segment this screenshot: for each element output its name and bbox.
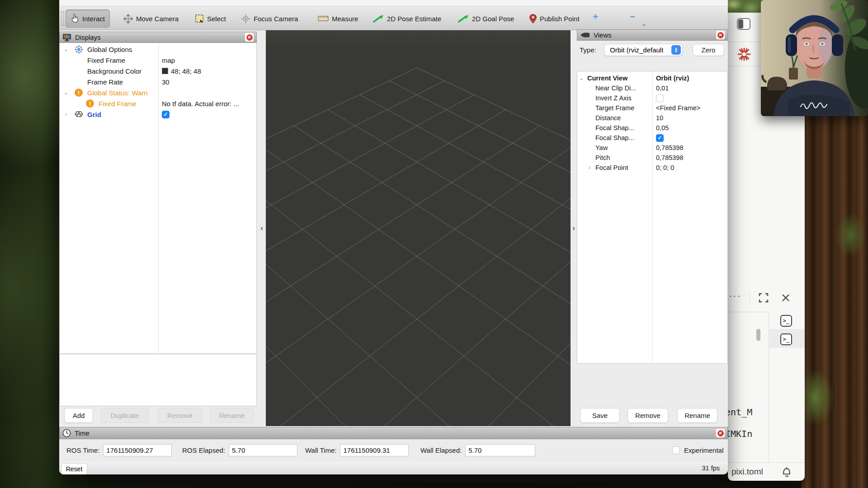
add-display-button[interactable]: Add: [64, 408, 93, 423]
remove-display-button[interactable]: Remove: [157, 408, 203, 423]
view-row-target-frame[interactable]: Target Frame <Fixed Frame>: [577, 103, 727, 113]
invert-z-checkbox[interactable]: [656, 94, 664, 102]
row-value[interactable]: 0,785398: [656, 144, 683, 151]
tool-select[interactable]: Select: [190, 9, 231, 28]
tree-row-global-status[interactable]: ⌄ ! Global Status: Warn: [60, 87, 256, 98]
add-tool-button[interactable]: +: [593, 11, 598, 22]
row-value[interactable]: 48; 48; 48: [162, 67, 201, 75]
row-value[interactable]: 30: [162, 78, 170, 86]
remove-tool-button[interactable]: −: [630, 11, 635, 22]
chevron-down-icon[interactable]: ⌄: [63, 89, 69, 96]
grid-display-icon: [75, 111, 83, 119]
row-value[interactable]: 0,05: [656, 124, 669, 131]
wall-time-input[interactable]: [340, 444, 409, 456]
experimental-checkbox[interactable]: [672, 446, 680, 454]
view-row-current-view[interactable]: ⌄ Current View Orbit (rviz): [577, 73, 727, 83]
view-row-focal-shape-size[interactable]: Focal Shap... 0,05: [577, 123, 727, 133]
save-view-button[interactable]: Save: [580, 408, 620, 423]
divider: [728, 42, 761, 42]
tool-2d-goal-pose[interactable]: 2D Goal Pose: [453, 9, 519, 28]
row-value[interactable]: <Fixed Frame>: [656, 104, 700, 112]
row-value[interactable]: 0,01: [656, 84, 669, 92]
close-icon[interactable]: [781, 293, 790, 302]
toolbar-overflow-chevron-icon[interactable]: ⌄: [642, 20, 646, 27]
experimental-label: Experimental: [684, 446, 724, 454]
view-row-pitch[interactable]: Pitch 0,785398: [577, 153, 727, 163]
color-swatch: [162, 68, 168, 74]
row-label: Focal Shap...: [595, 124, 634, 131]
displays-panel-header[interactable]: Displays ✕: [59, 32, 257, 43]
chevron-right-icon[interactable]: ›: [63, 111, 69, 117]
terminal-icon[interactable]: >_: [780, 333, 792, 345]
tree-row-fixed-frame[interactable]: Fixed Frame map: [60, 55, 256, 66]
tool-measure[interactable]: Measure: [313, 9, 363, 28]
grid-enabled-checkbox[interactable]: ✓: [162, 111, 170, 118]
rename-display-button[interactable]: Rename: [210, 408, 254, 423]
3d-viewport[interactable]: [266, 30, 571, 426]
view-row-focal-point[interactable]: › Focal Point 0; 0; 0: [577, 163, 727, 173]
reset-button[interactable]: Reset: [61, 463, 87, 474]
tool-move-camera[interactable]: Move Camera: [119, 9, 183, 28]
view-type-select[interactable]: Orbit (rviz_default ▲▼: [604, 44, 683, 56]
sidebar-toggle-icon[interactable]: [737, 18, 750, 30]
row-value[interactable]: 10: [656, 114, 663, 122]
tree-row-background-color[interactable]: Background Color 48; 48; 48: [60, 66, 256, 76]
wall-elapsed-input[interactable]: [465, 444, 535, 456]
scrollbar-thumb[interactable]: [756, 329, 760, 341]
tool-interact[interactable]: Interact: [66, 9, 110, 28]
close-displays-panel-button[interactable]: ✕: [245, 33, 254, 42]
view-row-near-clip[interactable]: Near Clip Di... 0,01: [577, 83, 727, 93]
warning-icon: !: [75, 89, 83, 97]
close-time-panel-button[interactable]: ✕: [716, 429, 725, 437]
more-icon[interactable]: ···: [729, 290, 741, 302]
rename-view-button[interactable]: Rename: [677, 408, 717, 423]
tool-label: Publish Point: [540, 15, 580, 23]
starburst-icon[interactable]: [737, 47, 751, 61]
duplicate-display-button[interactable]: Duplicate: [100, 408, 149, 423]
statusbar-filename[interactable]: pixi.toml: [731, 467, 763, 477]
wall-elapsed-field: Wall Elapsed:: [420, 444, 535, 456]
collapse-left-panel-handle[interactable]: ‹: [259, 30, 265, 426]
tool-publish-point[interactable]: Publish Point: [525, 9, 584, 28]
chevron-down-icon[interactable]: ⌄: [63, 46, 69, 52]
bell-icon[interactable]: [781, 466, 792, 478]
experimental-option: Experimental: [672, 444, 724, 456]
ros-elapsed-field: ROS Elapsed:: [182, 444, 297, 456]
collapse-right-panel-handle[interactable]: ›: [571, 30, 577, 426]
view-row-yaw[interactable]: Yaw 0,785398: [577, 143, 727, 153]
view-row-focal-shape-fixed[interactable]: Focal Shap... ✓: [577, 133, 727, 143]
row-value[interactable]: map: [162, 56, 175, 64]
tree-row-frame-rate[interactable]: Frame Rate 30: [60, 76, 256, 87]
tool-label: Move Camera: [136, 15, 179, 23]
ros-elapsed-input[interactable]: [229, 444, 297, 456]
ruler-icon: [318, 15, 329, 22]
tree-row-global-options[interactable]: ⌄ Global Options: [60, 44, 256, 55]
tree-row-grid-display[interactable]: › Grid ✓: [60, 109, 256, 120]
remove-view-button[interactable]: Remove: [627, 408, 668, 423]
time-panel-header[interactable]: Time ✕: [59, 427, 728, 439]
view-row-distance[interactable]: Distance 10: [577, 113, 727, 123]
views-panel-header[interactable]: Views ✕: [577, 29, 728, 41]
focal-shape-checkbox[interactable]: ✓: [656, 134, 664, 142]
divider: [728, 312, 769, 312]
toolbar-drag-handle[interactable]: [61, 11, 64, 26]
terminal-icon[interactable]: >_: [780, 315, 792, 327]
close-views-panel-button[interactable]: ✕: [716, 31, 725, 39]
view-row-invert-z[interactable]: Invert Z Axis: [577, 93, 727, 103]
row-value[interactable]: 0,785398: [656, 154, 683, 161]
chevron-down-icon[interactable]: ⌄: [578, 75, 585, 81]
tool-2d-pose-estimate[interactable]: 2D Pose Estimate: [368, 9, 446, 28]
expand-icon[interactable]: [759, 293, 769, 303]
zero-button[interactable]: Zero: [693, 44, 724, 56]
tool-label: 2D Pose Estimate: [387, 15, 441, 23]
chevron-left-icon: ‹: [260, 224, 263, 233]
tree-row-fixed-frame-status[interactable]: ! Fixed Frame No tf data. Actual error: …: [60, 98, 256, 109]
fps-counter: 31 fps: [702, 465, 720, 472]
webcam-video: [761, 0, 868, 116]
green-arrow-icon: [458, 14, 469, 23]
tool-focus-camera[interactable]: Focus Camera: [236, 9, 302, 28]
views-property-tree: ⌄ Current View Orbit (rviz) Near Clip Di…: [577, 71, 728, 364]
ros-time-input[interactable]: [103, 444, 172, 456]
chevron-right-icon[interactable]: ›: [586, 164, 593, 171]
row-value[interactable]: 0; 0; 0: [656, 164, 674, 171]
